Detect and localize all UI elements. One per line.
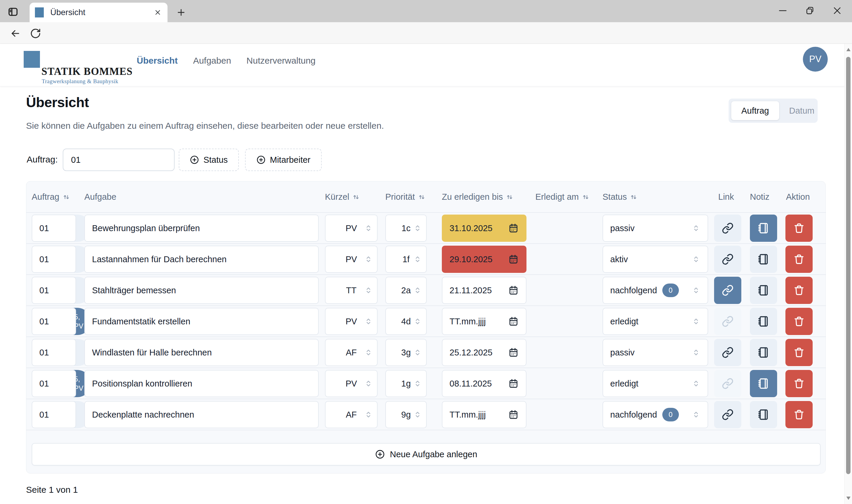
auftrag-field[interactable]: 01 xyxy=(32,370,76,397)
auftrag-field[interactable]: 01 xyxy=(32,246,76,273)
note-button[interactable] xyxy=(750,370,777,397)
user-avatar[interactable]: PV xyxy=(803,47,828,72)
browser-tab[interactable]: Übersicht xyxy=(30,3,167,22)
status-select[interactable]: erledigt xyxy=(602,370,708,397)
status-value: passiv xyxy=(610,348,634,358)
aufgabe-field[interactable]: Windlasten für Halle berechnen xyxy=(84,339,319,366)
note-button[interactable] xyxy=(750,308,777,335)
nav-item-uebersicht[interactable]: Übersicht xyxy=(137,56,178,66)
due-date-field[interactable]: TT.mm.jjjj xyxy=(442,401,526,428)
prioritaet-select[interactable]: 1f xyxy=(385,246,427,273)
due-date-field[interactable]: 25.12.2025 xyxy=(442,339,526,366)
status-select[interactable]: nachfolgend 0 xyxy=(602,401,708,428)
reload-icon[interactable] xyxy=(30,28,41,39)
prioritaet-select[interactable]: 1g xyxy=(385,370,427,397)
aufgabe-field[interactable]: Fundamentstatik erstellen xyxy=(84,308,319,335)
prioritaet-select[interactable]: 2a xyxy=(385,277,427,304)
kuerzel-select[interactable]: PV xyxy=(325,215,378,242)
aufgabe-field[interactable]: Stahlträger bemessen xyxy=(84,277,319,304)
add-status-filter-button[interactable]: Status xyxy=(179,148,239,171)
chevrons-up-down-icon xyxy=(364,255,373,264)
nav-item-aufgaben[interactable]: Aufgaben xyxy=(193,56,231,66)
add-task-button[interactable]: Neue Aufgabe anlegen xyxy=(32,443,821,466)
status-select[interactable]: erledigt xyxy=(602,308,708,335)
note-button[interactable] xyxy=(750,339,777,366)
col-header-status[interactable]: Status xyxy=(602,192,637,202)
kuerzel-select[interactable]: PV xyxy=(325,370,378,397)
kuerzel-select[interactable]: TT xyxy=(325,277,378,304)
link-button[interactable] xyxy=(714,215,741,242)
auftrag-field[interactable]: 01 xyxy=(32,401,76,428)
prioritaet-select[interactable]: 1c xyxy=(385,215,427,242)
status-select[interactable]: passiv xyxy=(602,339,708,366)
scroll-down-icon[interactable] xyxy=(846,497,851,500)
kuerzel-select[interactable]: AF xyxy=(325,401,378,428)
aufgabe-field[interactable]: Positionsplan kontrollieren xyxy=(84,370,319,397)
delete-button[interactable] xyxy=(785,246,813,273)
auftrag-field[interactable]: 01 xyxy=(32,215,76,242)
prioritaet-select[interactable]: 9g xyxy=(385,401,427,428)
auftrag-field[interactable]: 01 xyxy=(32,339,76,366)
kuerzel-select[interactable]: PV xyxy=(325,308,378,335)
link-button[interactable] xyxy=(714,246,741,273)
due-date-field[interactable]: 21.11.2025 xyxy=(442,277,526,304)
aufgabe-field[interactable]: Lastannahmen für Dach berechnen xyxy=(84,246,319,273)
delete-button[interactable] xyxy=(785,370,813,397)
link-button[interactable] xyxy=(714,339,741,366)
col-header-prioritaet[interactable]: Priorität xyxy=(385,192,425,202)
note-button[interactable] xyxy=(750,277,777,304)
delete-button[interactable] xyxy=(785,339,813,366)
toggle-datum[interactable]: Datum xyxy=(779,101,824,120)
prioritaet-select[interactable]: 3g xyxy=(385,339,427,366)
auftrag-field[interactable]: 01 xyxy=(32,277,76,304)
scroll-up-icon[interactable] xyxy=(846,48,851,51)
due-date-field[interactable]: 08.11.2025 xyxy=(442,370,526,397)
note-button[interactable] xyxy=(750,246,777,273)
prioritaet-select[interactable]: 4d xyxy=(385,308,427,335)
col-header-kuerzel[interactable]: Kürzel xyxy=(325,192,360,202)
note-button[interactable] xyxy=(750,401,777,428)
delete-button[interactable] xyxy=(785,215,813,242)
col-header-aktion: Aktion xyxy=(786,192,810,202)
due-date-field[interactable]: 31.10.2025 xyxy=(442,215,526,242)
due-date-field[interactable]: TT.mm.jjjj xyxy=(442,308,526,335)
aufgabe-field[interactable]: Bewehrungsplan überprüfen xyxy=(84,215,319,242)
link-button[interactable] xyxy=(714,277,741,304)
col-header-link: Link xyxy=(718,192,734,202)
link-button[interactable] xyxy=(714,401,741,428)
minimize-icon[interactable] xyxy=(777,5,789,17)
page-scrollbar[interactable] xyxy=(844,44,852,504)
delete-button[interactable] xyxy=(785,277,813,304)
col-header-erledigt-am[interactable]: Erledigt am xyxy=(536,192,590,202)
scrollbar-thumb[interactable] xyxy=(846,57,851,474)
col-header-zu-erledigen-bis[interactable]: Zu erledigen bis xyxy=(442,192,513,202)
col-header-auftrag[interactable]: Auftrag xyxy=(32,192,70,202)
status-select[interactable]: nachfolgend 0 xyxy=(602,277,708,304)
due-date-field[interactable]: 29.10.2025 xyxy=(442,246,526,273)
new-tab-icon[interactable] xyxy=(175,6,187,18)
status-select[interactable]: passiv xyxy=(602,215,708,242)
auftrag-filter-input[interactable]: 01 xyxy=(63,148,175,171)
aufgabe-field[interactable]: Deckenplatte nachrechnen xyxy=(84,401,319,428)
nav-item-nutzerverwaltung[interactable]: Nutzerverwaltung xyxy=(247,56,315,66)
due-date-value: 21.11.2025 xyxy=(450,286,492,295)
sort-icon xyxy=(418,193,425,201)
note-button[interactable] xyxy=(750,215,777,242)
delete-button[interactable] xyxy=(785,401,813,428)
auftrag-field[interactable]: 01 xyxy=(32,308,76,335)
tab-close-icon[interactable] xyxy=(153,8,162,17)
sort-icon xyxy=(582,193,590,201)
kuerzel-select[interactable]: PV xyxy=(325,246,378,273)
delete-button[interactable] xyxy=(785,308,813,335)
link-button[interactable] xyxy=(714,370,741,397)
add-mitarbeiter-filter-button[interactable]: Mitarbeiter xyxy=(245,148,322,171)
tab-layout-icon[interactable] xyxy=(6,5,20,18)
toggle-auftrag[interactable]: Auftrag xyxy=(731,101,779,120)
close-window-icon[interactable] xyxy=(831,5,843,17)
chevrons-up-down-icon xyxy=(413,286,422,295)
link-button[interactable] xyxy=(714,308,741,335)
status-select[interactable]: aktiv xyxy=(602,246,708,273)
kuerzel-select[interactable]: AF xyxy=(325,339,378,366)
back-icon[interactable] xyxy=(10,28,21,39)
restore-icon[interactable] xyxy=(804,5,816,17)
